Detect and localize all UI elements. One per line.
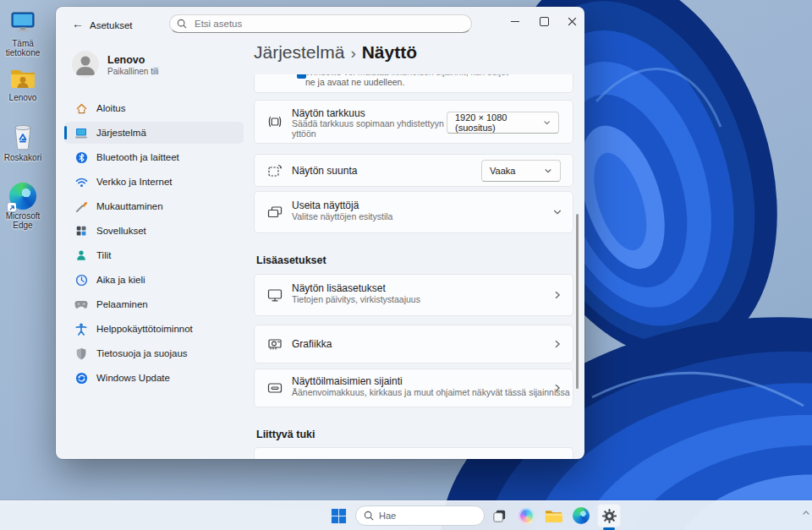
sidebar-item-accessibility[interactable]: Helppokäyttötoiminnot [64, 318, 244, 340]
profile-type: Paikallinen tili [107, 67, 159, 76]
this-pc-icon [8, 8, 37, 37]
back-button[interactable]: ← [71, 16, 85, 31]
sidebar-item-network-internet[interactable]: Verkko ja Internet [64, 171, 244, 193]
chevron-down-icon [543, 118, 551, 127]
tray-chevron-icon[interactable] [802, 508, 810, 516]
sidebar-item-home[interactable]: Aloitus [64, 97, 244, 119]
settings-search-box[interactable] [169, 14, 472, 33]
start-button[interactable] [326, 504, 350, 527]
search-icon [177, 19, 187, 29]
settings-window: ← Asetukset [56, 7, 584, 459]
taskbar-search-placeholder: Hae [379, 511, 396, 521]
content-scrollbar[interactable] [576, 214, 579, 389]
home-icon [74, 101, 88, 115]
sidebar-item-windows-update[interactable]: Windows Update [64, 367, 244, 389]
resolution-value: 1920 × 1080 (suositus) [455, 112, 543, 133]
sidebar-item-time-language[interactable]: Aika ja kieli [64, 269, 244, 291]
orientation-dropdown[interactable]: Vaaka [481, 160, 561, 182]
setting-subtitle: Äänenvoimakkuus, kirkkaus ja muut ohjaim… [292, 388, 570, 398]
chevron-down-icon[interactable] [552, 207, 562, 217]
setting-title: Näytön suunta [292, 165, 357, 177]
bluetooth-icon [74, 150, 88, 164]
user-folder-icon [8, 64, 37, 91]
visible-text-line: ne ja avaat ne uudelleen. [305, 77, 559, 87]
copilot-icon [518, 508, 535, 524]
multiple-displays-card[interactable]: Useita näyttöjä Valitse näyttöjen esitys… [254, 191, 573, 233]
breadcrumb-separator-icon: › [350, 44, 355, 62]
advanced-display-card[interactable]: Näytön lisäasetukset Tietojen päivitys, … [254, 274, 573, 316]
search-input[interactable] [193, 18, 464, 30]
advanced-display-icon [266, 287, 283, 303]
resolution-dropdown[interactable]: 1920 × 1080 (suositus) [447, 112, 559, 134]
file-explorer-button[interactable] [541, 504, 565, 527]
chevron-down-icon [544, 167, 552, 175]
task-view-button[interactable] [487, 504, 511, 527]
display-indicators-card[interactable]: Näyttöilmaisimien sijainti Äänenvoimakku… [254, 369, 573, 407]
breadcrumb-parent[interactable]: Järjestelmä [254, 42, 344, 62]
clock-language-icon [74, 273, 88, 287]
setting-title: Näytön lisäasetukset [292, 282, 386, 294]
desktop-icon-recycle-bin[interactable]: Roskakori [0, 121, 46, 162]
gamepad-icon [74, 298, 88, 311]
settings-taskbar-button[interactable] [597, 504, 621, 527]
multiple-displays-icon [266, 204, 283, 221]
maximize-button[interactable] [532, 12, 556, 30]
orientation-icon [266, 162, 283, 179]
minimize-icon [511, 21, 519, 22]
maximize-icon [540, 17, 549, 26]
sidebar-item-bluetooth-devices[interactable]: Bluetooth ja laitteet [64, 146, 244, 168]
user-profile[interactable]: Lenovo Paikallinen tili [72, 51, 241, 79]
close-button[interactable] [560, 12, 584, 30]
sidebar-item-apps[interactable]: Sovellukset [64, 220, 244, 242]
breadcrumb: Järjestelmä›Näyttö [254, 42, 417, 63]
taskbar: Hae [0, 500, 812, 530]
sidebar-item-personalization[interactable]: Mukauttaminen [64, 195, 244, 217]
system-icon [74, 126, 88, 139]
setting-subtitle: Säädä tarkkuus sopimaan yhdistettyyn nä … [292, 119, 456, 139]
desktop-icon-label: Roskakori [0, 153, 46, 162]
indicators-position-icon [266, 380, 283, 396]
chevron-right-icon [552, 339, 562, 349]
desktop-icon-edge[interactable]: Microsoft Edge [0, 183, 46, 230]
edge-button[interactable] [569, 504, 593, 527]
desktop-icon-label: Microsoft Edge [0, 211, 46, 230]
graphics-card[interactable]: Grafiikka [254, 325, 573, 363]
setting-subtitle: Tietojen päivitys, virkistystaajuus [292, 295, 420, 305]
section-heading-support: Liittyvä tuki [256, 429, 315, 440]
accessibility-icon [74, 322, 88, 336]
graphics-icon [266, 336, 283, 352]
copilot-button[interactable] [514, 504, 538, 527]
desktop-icon-label: Lenovo [0, 93, 46, 102]
chevron-right-icon [552, 383, 562, 393]
chevron-right-icon [552, 290, 562, 300]
display-resolution-card: Näytön tarkkuus Säädä tarkkuus sopimaan … [254, 100, 573, 144]
profile-name: Lenovo [107, 54, 145, 66]
setting-title: Näytön tarkkuus [292, 107, 365, 119]
setting-title: Useita näyttöjä [292, 199, 359, 211]
close-icon [568, 17, 577, 26]
sidebar-item-system[interactable]: Järjestelmä [64, 122, 244, 144]
taskbar-search-box[interactable]: Hae [355, 505, 485, 526]
recycle-bin-icon [8, 121, 37, 151]
setting-subtitle: Valitse näyttöjen esitystila [292, 212, 392, 222]
support-card-partial[interactable] [254, 447, 573, 459]
desktop-icon-lenovo-folder[interactable]: Lenovo [0, 64, 46, 102]
display-orientation-card: Näytön suunta Vaaka [254, 154, 573, 187]
remember-windows-card-partial[interactable]: Windows voi muistaa ikkunoiden sijainnit… [254, 74, 573, 93]
app-title: Asetukset [90, 20, 133, 30]
person-icon [74, 249, 88, 262]
resolution-icon [266, 113, 283, 130]
minimize-button[interactable] [503, 12, 527, 30]
setting-title: Grafiikka [292, 338, 332, 350]
sidebar-item-gaming[interactable]: Pelaaminen [64, 293, 244, 315]
paintbrush-icon [74, 199, 88, 213]
desktop-icon-this-pc[interactable]: Tämä tietokone [0, 8, 46, 57]
shield-icon [74, 347, 88, 360]
file-explorer-icon [545, 508, 562, 523]
sidebar-item-accounts[interactable]: Tilit [64, 244, 244, 266]
desktop-icon-label: Tämä tietokone [0, 39, 46, 57]
wifi-icon [74, 175, 88, 189]
update-icon [74, 371, 88, 385]
section-heading-advanced: Lisäasetukset [256, 254, 326, 266]
sidebar-item-privacy-security[interactable]: Tietosuoja ja suojaus [64, 342, 244, 364]
